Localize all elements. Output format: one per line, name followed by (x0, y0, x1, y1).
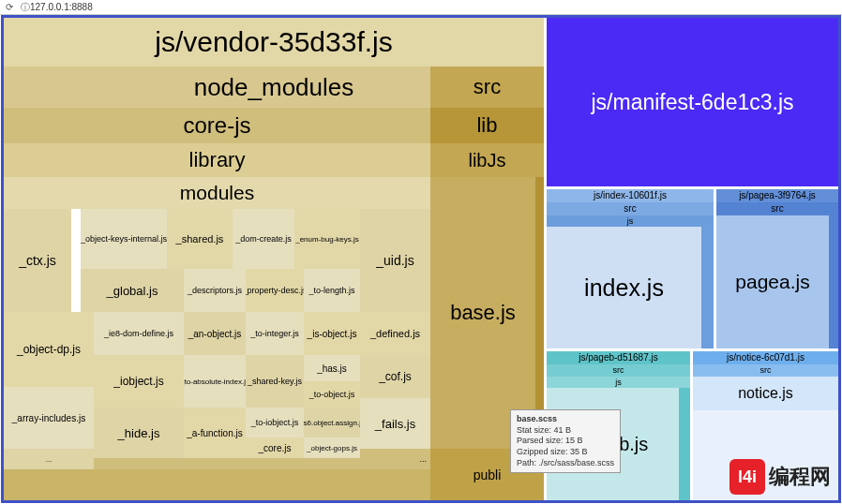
module-defined[interactable]: _defined.js (360, 312, 430, 355)
module-hide[interactable]: _hide.js (94, 408, 184, 458)
tooltip-title: base.scss (517, 414, 557, 423)
module-ie8[interactable]: _ie8-dom-define.js (94, 312, 184, 355)
module-strip2[interactable] (4, 469, 430, 500)
module-arrinc[interactable]: _array-includes.js (4, 387, 94, 449)
notice-file[interactable]: notice.js (693, 377, 838, 410)
module-toint[interactable]: _to-integer.js (246, 312, 304, 355)
tooltip: base.scss Stat size: 41 B Parsed size: 1… (510, 409, 621, 473)
bundle-vendor[interactable]: js/vendor-35d33f.js (4, 18, 544, 67)
pageb-js[interactable]: js (547, 377, 690, 388)
module-shared[interactable]: _shared.js (167, 209, 233, 269)
bundle-notice-header[interactable]: js/notice-6c07d1.js (693, 351, 838, 364)
module-iobject[interactable]: _iobject.js (94, 355, 184, 408)
module-has[interactable]: _has.js (304, 355, 360, 381)
reload-icon[interactable]: ⟳ (6, 2, 13, 12)
index-file[interactable]: index.js (547, 227, 701, 348)
library[interactable]: library (4, 143, 430, 177)
module-propdesc[interactable]: _property-desc.js (246, 269, 304, 312)
bundle-index-header[interactable]: js/index-10601f.js (547, 189, 714, 202)
tooltip-path: Path: ./src/sass/base.scss (517, 458, 614, 467)
notice-src[interactable]: src (693, 364, 838, 377)
module-sharedkey[interactable]: _shared-key.js (246, 355, 304, 408)
module-fails[interactable]: _fails.js (360, 398, 430, 449)
pagea-file[interactable]: pagea.js (716, 215, 829, 348)
vendor-lib[interactable]: lib (430, 108, 544, 143)
index-side[interactable] (701, 227, 714, 348)
bundle-manifest[interactable]: js/manifest-6de1c3.js (547, 18, 838, 186)
modules[interactable]: modules (4, 177, 430, 209)
index-src[interactable]: src (547, 202, 714, 215)
module-toobj[interactable]: _to-object.js (304, 381, 360, 408)
tooltip-stat: Stat size: 41 B (517, 425, 571, 435)
module-global[interactable]: _global.js (81, 269, 184, 312)
module-descriptors[interactable]: _descriptors.js (184, 269, 246, 312)
logo-text: 编程网 (769, 463, 831, 491)
tooltip-parsed: Parsed size: 15 B (517, 436, 583, 445)
module-cof[interactable]: _cof.js (360, 355, 430, 398)
pagea-src[interactable]: src (716, 202, 838, 215)
module-es6assign[interactable]: es6.object.assign.js (304, 408, 360, 437)
module-objectdp[interactable]: _object-dp.js (4, 312, 94, 387)
pageb-side[interactable] (679, 388, 690, 500)
module-isobj[interactable]: _is-object.js (304, 312, 360, 355)
pagea-side[interactable] (829, 215, 838, 348)
bundle-pagea-header[interactable]: js/pagea-3f9764.js (716, 189, 838, 202)
treemap-viewport[interactable]: js/vendor-35d33f.js node_modules core-js… (1, 15, 841, 503)
index-js[interactable]: js (547, 215, 714, 227)
address-bar[interactable]: 127.0.0.1:8888 (30, 2, 93, 12)
module-core[interactable]: _core.js (246, 437, 304, 458)
module-enumbug[interactable]: _enum-bug-keys.js (294, 209, 360, 269)
module-gops[interactable]: _object-gops.js (304, 437, 360, 458)
core-js[interactable]: core-js (4, 108, 430, 143)
module-toabs[interactable]: _to-absolute-index.js (184, 355, 246, 408)
vendor-libjs[interactable]: libJs (430, 143, 544, 177)
watermark-logo: l4i 编程网 (729, 459, 831, 495)
browser-toolbar: ⟳ ⓘ 127.0.0.1:8888 (0, 0, 842, 15)
module-toiobj[interactable]: _to-iobject.js (246, 408, 304, 437)
logo-icon: l4i (729, 459, 765, 495)
module-ellipsis[interactable]: ... (360, 449, 430, 469)
module-uid[interactable]: _uid.js (360, 209, 430, 312)
module-ctx[interactable]: _ctx.js (4, 209, 71, 312)
module-strip1[interactable] (94, 458, 360, 469)
module-oki[interactable]: _object-keys-internal.js (81, 209, 167, 269)
module-domcreate[interactable]: _dom-create.js (233, 209, 294, 269)
module-anobj[interactable]: _an-object.js (184, 312, 246, 355)
vendor-base[interactable]: base.js (430, 177, 535, 449)
pageb-src[interactable]: src (547, 364, 690, 377)
module-afunc[interactable]: _a-function.js (184, 408, 246, 458)
module-tolength[interactable]: _to-length.js (304, 269, 360, 312)
bundle-pageb-header[interactable]: js/pageb-d51687.js (547, 351, 690, 364)
tooltip-gzip: Gzipped size: 35 B (517, 447, 588, 456)
module-ellipsis2[interactable]: ... (4, 449, 94, 469)
vendor-base-side[interactable] (535, 177, 544, 449)
vendor-src[interactable]: src (430, 67, 544, 108)
secure-icon: ⓘ (21, 1, 30, 14)
